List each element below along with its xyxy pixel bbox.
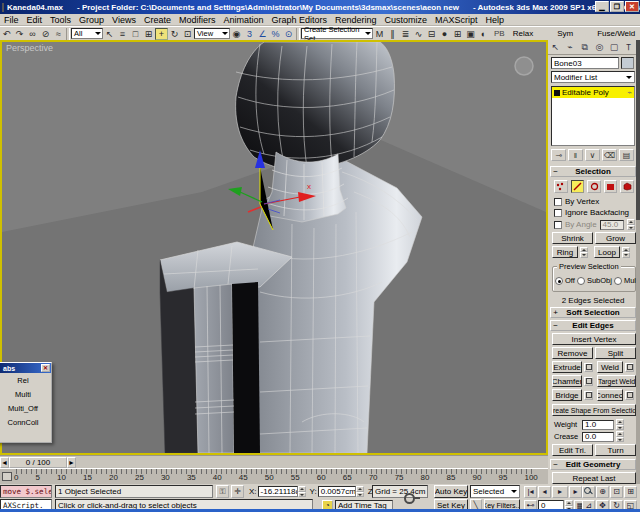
spinner-snap-icon[interactable]: ⊙ bbox=[282, 28, 295, 40]
select-rotate-icon[interactable]: ↻ bbox=[168, 28, 181, 40]
render-setup-icon[interactable]: ⊞ bbox=[451, 28, 464, 40]
menu-item[interactable]: Group bbox=[75, 15, 108, 25]
menu-item[interactable]: Graph Editors bbox=[267, 15, 331, 25]
menu-item[interactable]: Modifiers bbox=[175, 15, 220, 25]
time-slider-left-arrow[interactable]: ◄ bbox=[0, 457, 9, 468]
schematic-view-icon[interactable]: ⊟ bbox=[425, 28, 438, 40]
by-angle-field[interactable]: 45.0 bbox=[600, 220, 624, 230]
menu-item[interactable]: Help bbox=[482, 15, 509, 25]
menu-item[interactable]: Rendering bbox=[331, 15, 381, 25]
modifier-stack-row[interactable]: Editable Poly ⌁ bbox=[552, 87, 634, 98]
select-scale-icon[interactable]: ⊡ bbox=[181, 28, 194, 40]
command-panel-scrollbar[interactable] bbox=[636, 40, 640, 512]
zoom-extents-icon[interactable]: ⊡ bbox=[610, 486, 623, 498]
percent-snap-icon[interactable]: % bbox=[269, 28, 282, 40]
edge-subobject-icon[interactable] bbox=[571, 180, 585, 193]
zoom-icon[interactable] bbox=[582, 486, 595, 498]
absolute-mode-icon[interactable]: ✛ bbox=[231, 485, 244, 498]
by-angle-checkbox[interactable] bbox=[554, 221, 562, 229]
connect-settings-button[interactable] bbox=[625, 391, 634, 400]
soft-selection-rollout-header[interactable]: +Soft Selection bbox=[550, 307, 636, 318]
weld-settings-button[interactable] bbox=[625, 363, 634, 372]
chamfer-button[interactable]: Chamfer bbox=[552, 375, 582, 387]
dialog-button[interactable]: ConnColl bbox=[0, 415, 51, 429]
loop-spinner[interactable] bbox=[622, 247, 630, 258]
window-crossing-icon[interactable]: ⊞ bbox=[142, 28, 155, 40]
y-coordinate-field[interactable]: 0.0057cm bbox=[318, 486, 356, 497]
extrude-settings-button[interactable] bbox=[584, 363, 593, 372]
selection-rollout-header[interactable]: −Selection bbox=[550, 166, 636, 177]
object-name-field[interactable]: Bone03 bbox=[551, 57, 619, 69]
menu-item[interactable]: MAXScript bbox=[431, 15, 482, 25]
menu-item[interactable]: Animation bbox=[219, 15, 267, 25]
loop-button[interactable]: Loop bbox=[594, 246, 620, 258]
vertex-subobject-icon[interactable] bbox=[554, 180, 568, 193]
border-subobject-icon[interactable] bbox=[587, 180, 601, 193]
abs-floating-dialog[interactable]: abs ✕ RelMultiMulti_OffConnColl bbox=[0, 362, 52, 443]
repeat-last-button[interactable]: Repeat Last bbox=[552, 472, 636, 484]
rendered-frame-icon[interactable]: ▣ bbox=[464, 28, 477, 40]
select-object-icon[interactable]: ↖ bbox=[103, 28, 116, 40]
time-slider-right-arrow[interactable]: ► bbox=[67, 457, 76, 468]
weight-field[interactable]: 1.0 bbox=[582, 420, 614, 430]
grow-button[interactable]: Grow bbox=[595, 232, 636, 244]
make-unique-icon[interactable]: ∨ bbox=[585, 149, 600, 161]
edit-edges-rollout-header[interactable]: −Edit Edges bbox=[550, 320, 636, 331]
layer-manager-icon[interactable]: ≣ bbox=[399, 28, 412, 40]
ring-spinner[interactable] bbox=[580, 247, 588, 258]
close-button[interactable]: ✕ bbox=[625, 1, 639, 12]
modifier-list-dropdown[interactable]: Modifier List bbox=[551, 71, 635, 83]
tab-hierarchy[interactable]: ⧉ bbox=[577, 40, 592, 54]
dialog-title-bar[interactable]: abs ✕ bbox=[0, 363, 51, 373]
edit-geometry-rollout-header[interactable]: −Edit Geometry bbox=[550, 459, 636, 470]
weld-button[interactable]: Weld bbox=[597, 361, 623, 373]
fuse-weld-button[interactable]: Fuse/Weld bbox=[593, 29, 639, 38]
menu-item[interactable]: Customize bbox=[381, 15, 432, 25]
modifier-stack[interactable]: Editable Poly ⌁ bbox=[551, 86, 635, 146]
align-icon[interactable]: ∥ bbox=[386, 28, 399, 40]
edit-tri-button[interactable]: Edit Tri. bbox=[552, 444, 593, 456]
ignore-backfacing-checkbox[interactable] bbox=[554, 209, 562, 217]
by-angle-spinner[interactable] bbox=[627, 219, 635, 230]
reference-coordinate-dropdown[interactable]: View bbox=[194, 28, 230, 39]
split-button[interactable]: Split bbox=[595, 347, 636, 359]
preview-multi-radio[interactable] bbox=[614, 277, 622, 285]
zoom-extents-all-icon[interactable]: ⊞ bbox=[624, 486, 637, 498]
polygon-subobject-icon[interactable] bbox=[604, 180, 618, 193]
shrink-button[interactable]: Shrink bbox=[552, 232, 593, 244]
menu-item[interactable]: Tools bbox=[46, 15, 75, 25]
snap-toggle-icon[interactable]: 3 bbox=[243, 28, 256, 40]
relax-button[interactable]: Relax bbox=[509, 29, 537, 38]
remove-button[interactable]: Remove bbox=[552, 347, 593, 359]
key-set-dropdown[interactable]: Selected bbox=[470, 485, 520, 498]
chamfer-settings-button[interactable] bbox=[584, 377, 593, 386]
ring-button[interactable]: Ring bbox=[552, 246, 578, 258]
zoom-all-icon[interactable]: ⊕ bbox=[596, 486, 609, 498]
object-color-swatch[interactable] bbox=[621, 57, 634, 69]
mirror-icon[interactable]: M bbox=[373, 28, 386, 40]
extrude-button[interactable]: Extrude bbox=[552, 361, 582, 373]
preview-subobj-radio[interactable] bbox=[577, 277, 585, 285]
y-spinner[interactable] bbox=[356, 486, 364, 497]
quick-render-icon[interactable]: ◐ bbox=[477, 28, 490, 40]
track-bar[interactable]: 0510152025303540455055606570758085909510… bbox=[0, 468, 548, 484]
menu-item[interactable]: Views bbox=[108, 15, 140, 25]
dialog-button[interactable]: Multi bbox=[0, 387, 51, 401]
select-move-icon[interactable]: + bbox=[155, 28, 168, 40]
weight-spinner[interactable] bbox=[616, 419, 624, 430]
unlink-icon[interactable]: ⊘ bbox=[39, 28, 52, 40]
bind-spacewarp-icon[interactable]: ≈ bbox=[52, 28, 65, 40]
tab-modify[interactable]: ⌁ bbox=[563, 40, 578, 54]
pb-label[interactable]: PB bbox=[490, 29, 509, 38]
crease-field[interactable]: 0.0 bbox=[582, 432, 614, 442]
remove-modifier-icon[interactable]: ⌫ bbox=[602, 149, 617, 161]
select-by-name-icon[interactable]: ≡ bbox=[116, 28, 129, 40]
menu-item[interactable]: Create bbox=[140, 15, 175, 25]
select-link-icon[interactable]: ∞ bbox=[26, 28, 39, 40]
x-spinner[interactable] bbox=[298, 486, 306, 497]
undo-icon[interactable]: ↶ bbox=[0, 28, 13, 40]
create-shape-button[interactable]: Create Shape From Selection bbox=[552, 404, 636, 416]
angle-snap-icon[interactable]: ∠ bbox=[256, 28, 269, 40]
bridge-settings-button[interactable] bbox=[584, 391, 593, 400]
selection-lock-icon[interactable]: ⚿ bbox=[216, 485, 229, 498]
